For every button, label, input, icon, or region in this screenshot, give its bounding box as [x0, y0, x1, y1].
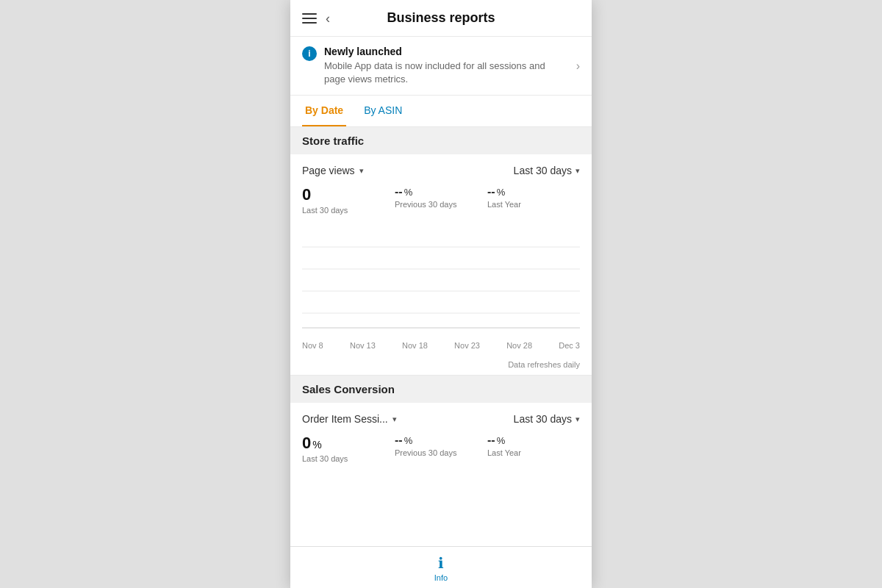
- stat-label-current: Last 30 days: [302, 206, 395, 215]
- banner-title: Newly launched: [324, 46, 569, 57]
- stat-value-previous: -- %: [395, 185, 487, 198]
- chart-area: Nov 8 Nov 13 Nov 18 Nov 23 Nov 28 Dec 3: [290, 225, 592, 357]
- sales-value-current: 0 %: [302, 434, 395, 453]
- chart-svg: [302, 225, 580, 335]
- x-label-4: Nov 23: [454, 341, 480, 350]
- stats-row: 0 Last 30 days -- % Previous 30 days -- …: [302, 185, 580, 215]
- sales-period-chevron-icon: ▾: [576, 415, 580, 424]
- page-title: Business reports: [387, 10, 495, 26]
- sales-period-label: Last 30 days: [514, 413, 572, 425]
- sales-period-selector[interactable]: Last 30 days ▾: [514, 413, 580, 425]
- period-label: Last 30 days: [514, 165, 572, 176]
- sales-stat-previous: -- % Previous 30 days: [395, 434, 487, 457]
- footer-info-item[interactable]: ℹ Info: [434, 554, 448, 582]
- store-traffic-section-header: Store traffic: [290, 127, 592, 154]
- tab-by-date[interactable]: By Date: [302, 96, 346, 126]
- sales-stat-current: 0 % Last 30 days: [302, 434, 395, 463]
- metric-top-row: Page views ▾ Last 30 days ▾: [302, 165, 580, 176]
- order-item-selector[interactable]: Order Item Sessi... ▾: [302, 413, 397, 425]
- sales-conversion-section-header: Sales Conversion: [290, 376, 592, 403]
- page-views-selector[interactable]: Page views ▾: [302, 165, 364, 176]
- phone-container: ‹ Business reports i Newly launched Mobi…: [290, 0, 592, 588]
- x-label-5: Nov 28: [506, 341, 532, 350]
- data-refresh-note: Data refreshes daily: [290, 357, 592, 375]
- stat-previous-30-days: -- % Previous 30 days: [395, 185, 487, 209]
- chart-x-labels: Nov 8 Nov 13 Nov 18 Nov 23 Nov 28 Dec 3: [302, 338, 580, 353]
- stat-value-current: 0: [302, 185, 395, 204]
- x-label-1: Nov 8: [302, 341, 323, 350]
- page-views-chevron-icon: ▾: [359, 166, 364, 176]
- sales-label-previous: Previous 30 days: [395, 448, 487, 457]
- footer-info-icon: ℹ: [438, 554, 444, 572]
- store-traffic-metric-block: Page views ▾ Last 30 days ▾ 0 Last 30 da…: [290, 154, 592, 225]
- banner-arrow-icon: ›: [576, 60, 580, 73]
- sales-stats-row: 0 % Last 30 days -- % Previous 30 days -…: [302, 434, 580, 463]
- back-icon[interactable]: ‹: [326, 12, 330, 25]
- sales-metric-top-row: Order Item Sessi... ▾ Last 30 days ▾: [302, 413, 580, 425]
- info-icon: i: [302, 46, 317, 61]
- sales-conversion-metric-block: Order Item Sessi... ▾ Last 30 days ▾ 0 %…: [290, 403, 592, 473]
- period-chevron-icon: ▾: [576, 166, 580, 176]
- order-item-chevron-icon: ▾: [392, 415, 397, 424]
- stat-last-year: -- % Last Year: [487, 185, 580, 209]
- newly-launched-banner[interactable]: i Newly launched Mobile App data is now …: [290, 37, 592, 96]
- banner-text: Mobile App data is now included for all …: [324, 60, 569, 86]
- tab-by-asin[interactable]: By ASIN: [361, 96, 405, 126]
- sales-label-year: Last Year: [487, 448, 580, 457]
- sales-stat-year: -- % Last Year: [487, 434, 580, 457]
- x-label-3: Nov 18: [402, 341, 428, 350]
- page-views-label: Page views: [302, 165, 355, 176]
- hamburger-menu-icon[interactable]: [302, 13, 317, 24]
- x-label-2: Nov 13: [350, 341, 376, 350]
- header-left: ‹: [302, 12, 330, 25]
- stat-label-year: Last Year: [487, 200, 580, 209]
- footer-nav: ℹ Info: [290, 546, 592, 588]
- period-selector[interactable]: Last 30 days ▾: [514, 165, 580, 176]
- sales-value-previous: -- %: [395, 434, 487, 447]
- sales-value-year: -- %: [487, 434, 580, 447]
- x-label-6: Dec 3: [559, 341, 580, 350]
- footer-info-label: Info: [434, 573, 448, 582]
- stat-value-year: -- %: [487, 185, 580, 198]
- stat-last-30-days: 0 Last 30 days: [302, 185, 395, 215]
- banner-content: Newly launched Mobile App data is now in…: [324, 46, 569, 86]
- header: ‹ Business reports: [290, 0, 592, 37]
- sales-label-current: Last 30 days: [302, 454, 395, 463]
- stat-label-previous: Previous 30 days: [395, 200, 487, 209]
- order-item-label: Order Item Sessi...: [302, 413, 388, 425]
- tabs-bar: By Date By ASIN: [290, 96, 592, 127]
